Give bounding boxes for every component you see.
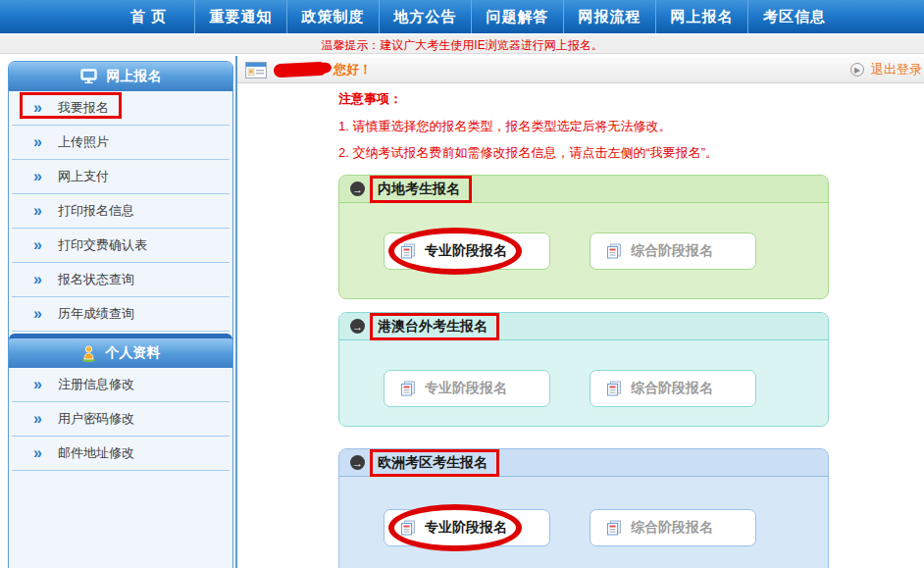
nav-item-3[interactable]: 地方公告 [380,0,472,33]
nav-item-7[interactable]: 考区信息 [748,0,841,33]
document-icon [606,243,622,259]
greeting-text: 您好！ [334,61,372,78]
chevron-icon: » [33,305,42,323]
nav-item-1[interactable]: 重要通知 [195,0,287,33]
chevron-icon: » [33,376,42,393]
sidebar-item-label: 用户密码修改 [58,410,134,428]
sidebar-item-label: 网上支付 [58,168,109,185]
stage-button-label: 专业阶段报名 [425,380,507,397]
sidebar-section-title: 网上报名 [107,68,162,85]
tip-bar: 温馨提示：建议广大考生使用IE浏览器进行网上报名。 [0,33,924,54]
sidebar-item-label: 上传照片 [58,133,109,151]
nav-item-0[interactable]: 首 页 [103,0,195,33]
person-icon [81,345,96,362]
stage-button-label: 综合阶段报名 [631,519,713,537]
panel-title: 内地考生报名 [370,176,472,203]
main-content: 注意事项： 1. 请慎重选择您的报名类型，报名类型选定后将无法修改。 2. 交纳… [338,90,831,568]
panel-title: 欧洲考区考生报名 [370,449,499,477]
sidebar-item[interactable]: » 用户密码修改 [12,402,230,437]
sidebar-item[interactable]: » 打印报名信息 [12,194,230,229]
nav-item-4[interactable]: 问题解答 [472,0,564,33]
stage-button-label: 综合阶段报名 [631,242,713,260]
panel-header: → 内地考生报名 [339,176,828,203]
chevron-icon: » [33,168,42,185]
chevron-icon: » [33,271,42,288]
sidebar-item-label: 历年成绩查询 [58,305,134,323]
sidebar: 网上报名 » 我要报名 » 上传照片 » 网上支付 » 打印报名信息 » 打印交… [8,61,233,568]
document-icon [606,381,622,396]
nav-item-2[interactable]: 政策制度 [287,0,380,33]
sidebar-item-label: 注册信息修改 [58,376,134,393]
stage-button-label: 专业阶段报名 [425,242,507,260]
id-card-icon [245,62,267,78]
sidebar-section-header: 个人资料 [9,334,232,368]
logout-arrow-icon[interactable]: ▶ [850,63,864,77]
top-nav: 首 页重要通知政策制度地方公告问题解答网报流程网上报名考区信息 [0,0,924,33]
chevron-icon: » [33,133,42,151]
tip-text: 温馨提示：建议广大考生使用IE浏览器进行网上报名。 [321,38,602,52]
sidebar-item-label: 报名状态查询 [58,271,134,288]
stage-button[interactable]: 专业阶段报名 [384,232,550,270]
sidebar-item-label: 打印交费确认表 [58,236,147,254]
page: 首 页重要通知政策制度地方公告问题解答网报流程网上报名考区信息 温馨提示：建议广… [0,0,924,568]
sidebar-item[interactable]: » 注册信息修改 [12,368,230,402]
document-icon [400,520,416,536]
registration-panel: → 欧洲考区考生报名 专业阶段报名 综合阶段报名 [338,448,829,568]
notice-title: 注意事项： [338,90,831,108]
redacted-username [274,62,328,78]
notice-line-1: 1. 请慎重选择您的报名类型，报名类型选定后将无法修改。 [338,118,831,135]
content-left-border [235,56,237,568]
sidebar-item[interactable]: » 上传照片 [12,126,230,160]
sidebar-item[interactable]: » 网上支付 [12,160,230,194]
stage-button[interactable]: 综合阶段报名 [590,509,756,546]
nav-item-6[interactable]: 网上报名 [656,0,748,33]
chevron-icon: » [33,202,42,220]
chevron-icon: » [33,99,42,117]
document-icon [400,243,416,259]
stage-button[interactable]: 综合阶段报名 [590,232,756,270]
sidebar-item[interactable]: » 我要报名 [12,91,230,126]
document-icon [400,381,416,396]
panel-header: → 欧洲考区考生报名 [339,449,828,477]
sidebar-item[interactable]: » 打印交费确认表 [12,229,230,263]
sidebar-section-header: 网上报名 [9,62,232,91]
arrow-circle-icon: → [350,319,365,334]
chevron-icon: » [33,236,42,254]
monitor-icon [80,69,97,84]
sidebar-item[interactable]: » 邮件地址修改 [12,437,230,471]
sidebar-section-title: 个人资料 [106,344,161,362]
sidebar-item[interactable]: » 历年成绩查询 [12,297,230,332]
sidebar-item-label: 我要报名 [58,99,109,117]
sidebar-item-label: 邮件地址修改 [58,444,134,462]
nav-item-5[interactable]: 网报流程 [564,0,656,33]
chevron-icon: » [33,410,42,428]
arrow-circle-icon: → [350,455,365,470]
stage-button-label: 综合阶段报名 [631,380,713,397]
arrow-circle-icon: → [350,181,365,196]
notice-line-2: 2. 交纳考试报名费前如需修改报名信息，请点击左侧的“我要报名”。 [338,144,831,162]
stage-button[interactable]: 专业阶段报名 [384,509,550,546]
stage-button[interactable]: 综合阶段报名 [590,370,756,407]
greeting-bar: 您好！ ▶ 退出登录 [237,57,924,83]
document-icon [606,520,622,536]
panel-title: 港澳台外考生报名 [370,313,499,340]
registration-panel: → 港澳台外考生报名 专业阶段报名 综合阶段报名 [338,312,829,427]
panel-header: → 港澳台外考生报名 [339,313,828,340]
chevron-icon: » [33,444,42,462]
stage-button-label: 专业阶段报名 [425,519,507,537]
logout-button[interactable]: 退出登录 [871,61,922,78]
sidebar-item[interactable]: » 报名状态查询 [12,263,230,297]
registration-panel: → 内地考生报名 专业阶段报名 综合阶段报名 [338,175,829,299]
sidebar-item-label: 打印报名信息 [58,202,134,220]
stage-button[interactable]: 专业阶段报名 [384,370,550,407]
